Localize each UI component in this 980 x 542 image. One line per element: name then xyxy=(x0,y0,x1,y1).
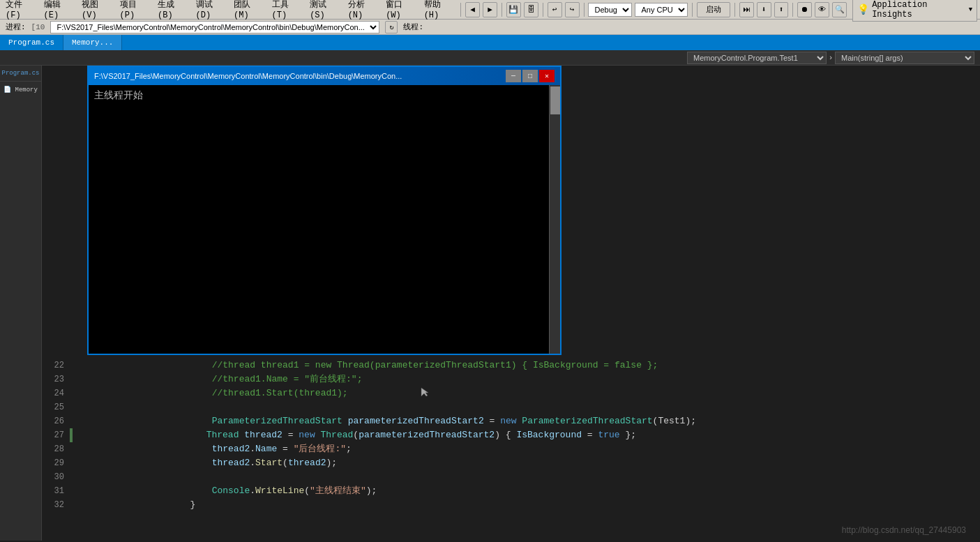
watermark: http://blog.csdn.net/qq_27445903 xyxy=(842,525,966,535)
console-output: 主线程开始 xyxy=(89,85,560,106)
tab-program-cs[interactable]: Program.cs xyxy=(0,35,63,50)
console-window[interactable]: F:\VS2017_Files\MemoryControl\MemoryCont… xyxy=(87,66,561,355)
sidebar-program-cs[interactable]: Program.cs xyxy=(0,66,41,82)
process-pid: [10 xyxy=(31,23,45,31)
menu-team[interactable]: 团队(M) xyxy=(234,0,264,20)
menu-build[interactable]: 生成(B) xyxy=(158,0,188,20)
menu-file[interactable]: 文件(F) xyxy=(6,0,36,20)
function-bar: MemoryControl.Program.Test1 › Main(strin… xyxy=(0,50,980,66)
line-num-25: 25 xyxy=(42,400,70,414)
table-row: 29 thread2.Start(thread2); xyxy=(42,456,980,470)
console-minimize-btn[interactable]: ─ xyxy=(506,70,521,82)
sidebar-memory[interactable]: 📄 Memory xyxy=(0,82,41,98)
scope-arrow: › xyxy=(827,54,835,62)
line-num-26: 26 xyxy=(42,414,70,428)
tab-bar: Program.cs Memory... xyxy=(0,35,980,50)
console-titlebar: F:\VS2017_Files\MemoryControl\MemoryCont… xyxy=(89,67,560,85)
console-title: F:\VS2017_Files\MemoryControl\MemoryCont… xyxy=(94,72,506,80)
menu-help[interactable]: 帮助(H) xyxy=(424,0,454,20)
console-maximize-btn[interactable]: □ xyxy=(522,70,538,82)
menu-debug[interactable]: 调试(D) xyxy=(196,0,226,20)
process-select[interactable]: F:\VS2017_Files\MemoryControl\MemoryCont… xyxy=(50,21,379,33)
thread-label: 线程: xyxy=(403,22,423,32)
line-code-32: } xyxy=(78,484,980,526)
left-sidebar: Program.cs 📄 Memory xyxy=(0,66,42,541)
line-num-32: 32 xyxy=(42,498,70,512)
menu-bar: 文件(F) 编辑(E) 视图(V) 项目(P) 生成(B) 调试(D) 团队(M… xyxy=(3,0,456,20)
table-row: 24 //thread1.Start(thread1); xyxy=(42,386,980,400)
divider-2 xyxy=(502,3,502,17)
fwd-btn[interactable]: ▶ xyxy=(483,2,497,17)
line-num-31: 31 xyxy=(42,484,70,498)
divider-1 xyxy=(460,3,461,17)
line-num-23: 23 xyxy=(42,372,70,386)
line-num-27: 27 xyxy=(42,428,70,442)
process-label: 进程: xyxy=(6,22,26,32)
code-lines: 22 //thread thread1 = new Thread(paramet… xyxy=(42,359,980,541)
divider-7 xyxy=(792,3,793,17)
step-in-btn[interactable]: ⬇ xyxy=(757,2,771,17)
console-scrollbar-thumb xyxy=(550,86,560,114)
menu-edit[interactable]: 编辑(E) xyxy=(44,0,74,20)
divider-6 xyxy=(734,3,735,17)
tab-program-cs-label: Program.cs xyxy=(8,38,54,47)
debug-config-select[interactable]: Debug xyxy=(588,3,632,17)
locals-btn[interactable]: 🔍 xyxy=(832,2,847,17)
line-num-28: 28 xyxy=(42,442,70,456)
main-layout: Program.cs 📄 Memory ThreadStart1 = new P… xyxy=(0,66,980,541)
undo-btn[interactable]: ↩ xyxy=(548,2,562,17)
line-num-29: 29 xyxy=(42,456,70,470)
console-close-btn[interactable]: ✕ xyxy=(539,70,555,82)
tab-memory[interactable]: Memory... xyxy=(63,35,122,50)
menu-test[interactable]: 测试(S) xyxy=(310,0,340,20)
console-body: 主线程开始 xyxy=(89,85,560,354)
scope-select[interactable]: MemoryControl.Program.Test1 xyxy=(687,52,827,64)
tab-memory-label: Memory... xyxy=(72,38,113,47)
process-refresh-btn[interactable]: ↻ xyxy=(385,21,398,33)
app-insights-dropdown-icon: ▼ xyxy=(969,6,972,13)
cpu-config-select[interactable]: Any CPU xyxy=(635,3,688,17)
step-over-btn[interactable]: ⏭ xyxy=(739,2,754,17)
line-num-24: 24 xyxy=(42,386,70,400)
line-num-22: 22 xyxy=(42,359,70,372)
app-insights-btn[interactable]: 💡 Application Insights ▼ xyxy=(852,0,977,22)
start-btn[interactable]: 启动 xyxy=(697,2,730,17)
breakpoint-btn[interactable]: ⏺ xyxy=(797,2,812,17)
menu-analyze[interactable]: 分析(N) xyxy=(348,0,378,20)
table-row: 32 } xyxy=(42,498,980,512)
code-area: ThreadStart1 = new ParameterizedThreadSt… xyxy=(42,66,980,541)
save-all-btn[interactable]: 🗄 xyxy=(524,2,538,17)
menu-project[interactable]: 项目(P) xyxy=(120,0,150,20)
app-insights-icon: 💡 xyxy=(857,3,869,15)
menu-toolbar: 文件(F) 编辑(E) 视图(V) 项目(P) 生成(B) 调试(D) 团队(M… xyxy=(0,0,980,20)
menu-window[interactable]: 窗口(W) xyxy=(386,0,416,20)
back-btn[interactable]: ◀ xyxy=(465,2,480,17)
divider-4 xyxy=(584,3,585,17)
divider-3 xyxy=(543,3,543,17)
cursor-indicator xyxy=(419,386,430,398)
watch-btn[interactable]: 👁 xyxy=(815,2,829,17)
function-select[interactable]: Main(string[] args) xyxy=(835,52,974,64)
save-btn[interactable]: 💾 xyxy=(506,2,521,17)
menu-tools[interactable]: 工具(T) xyxy=(272,0,302,20)
redo-btn[interactable]: ↪ xyxy=(565,2,580,17)
step-out-btn[interactable]: ⬆ xyxy=(774,2,789,17)
app-insights-label: Application Insights xyxy=(872,0,966,20)
process-bar: 进程: [10 F:\VS2017_Files\MemoryControl\Me… xyxy=(0,20,980,35)
console-controls: ─ □ ✕ xyxy=(506,70,555,82)
menu-view[interactable]: 视图(V) xyxy=(82,0,112,20)
divider-5 xyxy=(692,3,693,17)
line-num-30: 30 xyxy=(42,470,70,484)
console-scrollbar[interactable] xyxy=(549,85,560,354)
